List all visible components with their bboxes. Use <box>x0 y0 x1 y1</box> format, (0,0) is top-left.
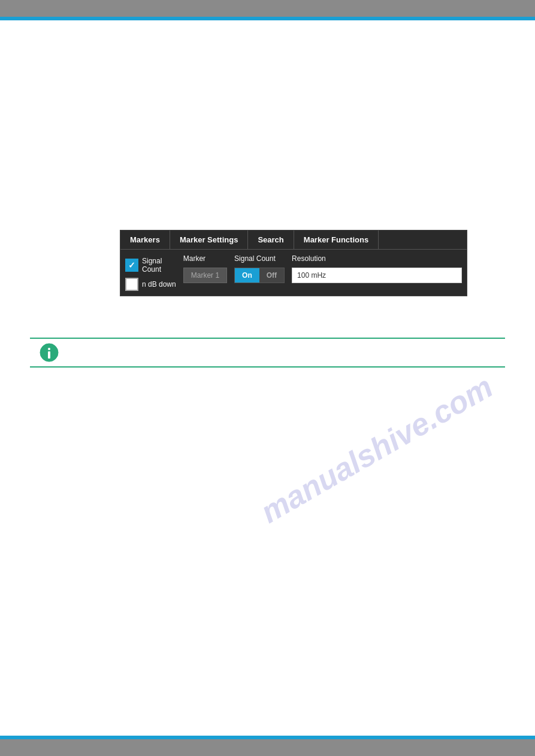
signal-count-label: SignalCount <box>142 257 162 274</box>
top-bar <box>0 0 535 17</box>
tab-bar: Markers Marker Settings Search Marker Fu… <box>120 230 467 250</box>
resolution-header: Resolution <box>292 254 462 263</box>
svg-point-1 <box>48 348 50 350</box>
marker1-button[interactable]: Marker 1 <box>183 268 227 283</box>
watermark: manualshive.com <box>254 369 498 530</box>
marker-header: Marker <box>183 254 227 263</box>
signal-count-header: Signal Count <box>234 254 285 263</box>
checkbox-column: ✓ SignalCount n dB down <box>125 254 176 291</box>
tab-marker-functions[interactable]: Marker Functions <box>294 230 379 249</box>
info-box <box>30 338 505 368</box>
tab-markers[interactable]: Markers <box>120 230 170 249</box>
toggle-off-button[interactable]: Off <box>259 268 284 283</box>
ndb-down-checkbox[interactable] <box>125 278 138 291</box>
bottom-bar-accent <box>0 736 535 739</box>
bottom-bar <box>0 739 535 756</box>
signal-count-column: Signal Count On Off <box>234 254 285 283</box>
panel-content: ✓ SignalCount n dB down Marker Marker 1 <box>120 250 467 296</box>
controls-row: ✓ SignalCount n dB down Marker Marker 1 <box>125 254 462 291</box>
signal-count-checkbox-item[interactable]: ✓ SignalCount <box>125 257 176 274</box>
resolution-column: Resolution <box>292 254 462 283</box>
signal-count-checkbox[interactable]: ✓ <box>125 259 138 272</box>
tab-search[interactable]: Search <box>248 230 294 249</box>
main-content: Markers Marker Settings Search Marker Fu… <box>0 20 535 736</box>
svg-rect-2 <box>48 351 50 359</box>
info-icon <box>40 343 59 362</box>
signal-count-toggle-group: On Off <box>234 268 285 283</box>
ndb-down-label: n dB down <box>142 280 176 289</box>
checkmark-icon: ✓ <box>128 261 135 269</box>
ui-panel: Markers Marker Settings Search Marker Fu… <box>120 230 467 296</box>
resolution-input[interactable] <box>292 268 462 283</box>
ndb-down-checkbox-item[interactable]: n dB down <box>125 278 176 291</box>
marker-column: Marker Marker 1 <box>183 254 227 283</box>
toggle-on-button[interactable]: On <box>235 268 259 283</box>
tab-marker-settings[interactable]: Marker Settings <box>170 230 249 249</box>
